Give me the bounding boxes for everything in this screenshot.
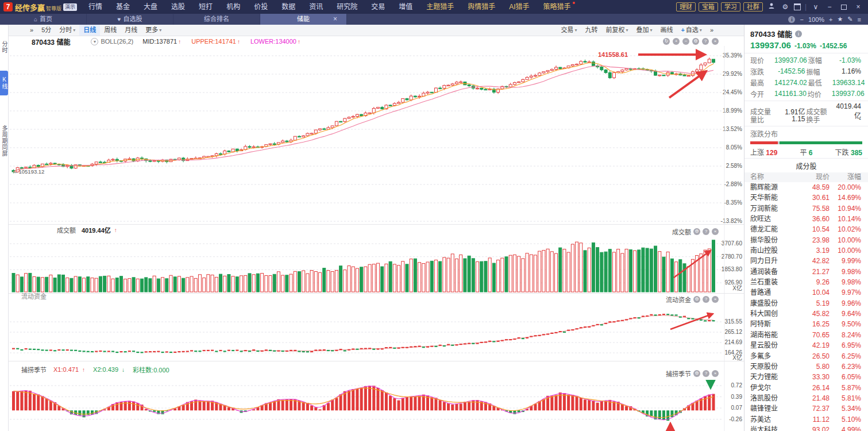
side-tab-多周期同屏[interactable]: 多周期同屏 (0, 125, 8, 157)
component-row[interactable]: 天原股份5.806.23% (744, 361, 868, 372)
menu-item-资讯[interactable]: 资讯 (302, 0, 330, 14)
component-row[interactable]: 多氟多26.506.25% (744, 351, 868, 361)
help-icon[interactable]: ? (703, 296, 709, 303)
component-row[interactable]: 洛凯股份21.485.81% (744, 393, 868, 403)
toolbar-日线[interactable]: 日线 (79, 25, 100, 36)
close-panel-icon[interactable]: × (712, 296, 719, 303)
menu-item-基金[interactable]: 基金 (109, 0, 137, 14)
component-row[interactable]: 尚太科技93.024.99% (744, 425, 868, 431)
side-tab-分时[interactable]: 分时 (0, 41, 8, 53)
help-icon[interactable]: ? (703, 228, 709, 235)
help-icon[interactable]: ? (702, 38, 709, 45)
menu-item-增值[interactable]: 增值 (392, 0, 419, 14)
component-row[interactable]: 万润新能75.5810.94% (744, 203, 868, 214)
menu-item-选股[interactable]: 选股 (164, 0, 192, 14)
component-row[interactable]: 普路通10.049.97% (744, 287, 868, 298)
user-icon[interactable] (766, 0, 777, 14)
menu-item-短打[interactable]: 短打 (192, 0, 219, 14)
edit-pencil-icon[interactable]: ✎ (847, 16, 852, 23)
component-row[interactable]: 赣锋锂业72.375.34% (744, 403, 868, 414)
menu-item-机构[interactable]: 机构 (219, 0, 247, 14)
zoom-out-chart-icon[interactable]: − (682, 38, 689, 45)
zoom-in-icon[interactable]: + (829, 16, 832, 23)
favorite-star-icon[interactable]: ★ (837, 16, 843, 23)
tab-自选股[interactable]: ♥自选股 (87, 14, 173, 25)
component-row[interactable]: 兰石重装9.269.98% (744, 277, 868, 287)
quick-button-宝箱[interactable]: 宝箱 (699, 2, 718, 11)
menu-item-研究院[interactable]: 研究院 (330, 0, 364, 14)
toolbar-更多[interactable]: 更多▾ (141, 25, 165, 36)
panel-settings-icon[interactable]: ⚙ (693, 370, 700, 377)
menu-item-数据[interactable]: 数据 (275, 0, 302, 14)
tab-首页[interactable]: ⌂首页 (0, 14, 87, 25)
component-row[interactable]: 伊戈尔26.145.87% (744, 383, 868, 393)
toolbar-九转[interactable]: 九转 (581, 25, 601, 36)
indicator-name[interactable]: BOLL(26,2) (101, 38, 133, 45)
component-row[interactable]: 科大国创45.829.64% (744, 309, 868, 319)
side-tab-K线[interactable]: K线 (0, 71, 8, 95)
menu-item-大盘[interactable]: 大盘 (137, 0, 164, 14)
component-row[interactable]: 欣旺达36.6010.14% (744, 214, 868, 224)
panel-settings-icon[interactable]: ⚙ (693, 296, 700, 303)
toolbar-分时[interactable]: 分时▾ (55, 25, 79, 36)
toolbar-叠加[interactable]: 叠加▾ (632, 25, 656, 36)
refresh-icon[interactable]: ↻ (663, 38, 670, 45)
toolbar-more[interactable]: » (706, 25, 717, 36)
toolbar-画线[interactable]: 画线 (656, 25, 677, 36)
info-icon[interactable]: i (788, 16, 795, 23)
component-row[interactable]: 天华新能30.6114.69% (744, 193, 868, 203)
candlestick-chart[interactable]: 35.39%29.92%24.45%18.99%13.52%8.05%2.58%… (9, 46, 744, 224)
minimize-icon[interactable]: − (824, 0, 835, 14)
settings-gear-icon[interactable]: ⚙ (780, 0, 790, 14)
menu-item-舆情猎手[interactable]: 舆情猎手 (461, 0, 502, 14)
close-tab-icon[interactable]: × (333, 14, 337, 25)
component-row[interactable]: 南山控股3.1910.00% (744, 245, 868, 256)
component-row[interactable]: 德龙汇能10.5410.02% (744, 224, 868, 234)
toolbar-自选[interactable]: +自选▾ (677, 25, 705, 36)
info-icon[interactable]: i (795, 30, 802, 37)
quick-button-理财[interactable]: 理财 (676, 2, 696, 11)
fund-flow-chart[interactable]: 315.55265.12214.69164.26X亿 (9, 293, 744, 361)
toolbar-周线[interactable]: 周线 (100, 25, 121, 36)
menu-item-主题猎手[interactable]: 主题猎手 (419, 0, 461, 14)
component-row[interactable]: 鹏辉能源48.5920.00% (744, 182, 868, 193)
help-icon[interactable]: ? (703, 370, 709, 377)
component-row[interactable]: 星云股份42.196.95% (744, 340, 868, 351)
zoom-out-icon[interactable]: − (800, 16, 803, 23)
menu-item-价投[interactable]: 价投 (247, 0, 275, 14)
panel-settings-icon[interactable]: ⚙ (692, 38, 699, 45)
close-panel-icon[interactable]: × (712, 228, 719, 235)
menu-item-行情[interactable]: 行情 (82, 0, 109, 14)
chevron-down-icon[interactable]: ∨ (811, 0, 821, 14)
component-row[interactable]: 天力锂能33.306.05% (744, 372, 868, 382)
component-row[interactable]: 湖南裕能70.658.24% (744, 330, 868, 340)
panel-settings-icon[interactable]: ⚙ (693, 228, 700, 235)
toolbar-月线[interactable]: 月线 (121, 25, 141, 36)
close-panel-icon[interactable]: × (712, 38, 719, 45)
quick-button-学习[interactable]: 学习 (721, 2, 740, 11)
quick-button-社群[interactable]: 社群 (743, 2, 763, 11)
close-panel-icon[interactable]: × (712, 370, 719, 377)
toolbar-collapse[interactable]: » (26, 25, 37, 36)
menu-item-AI猎手[interactable]: AI猎手 (502, 0, 536, 14)
tab-储能[interactable]: 储能× (260, 14, 347, 25)
indicator-dropdown-icon[interactable]: ▼ (91, 38, 98, 45)
zoom-in-chart-icon[interactable]: + (673, 38, 680, 45)
layout-panel-icon[interactable] (794, 3, 801, 10)
volume-chart[interactable]: 3707.602780.701853.80926.90X亿 (9, 224, 744, 294)
restore-window-icon[interactable] (841, 5, 847, 10)
component-row[interactable]: 苏美达11.125.10% (744, 414, 868, 425)
component-row[interactable]: 康盛股份5.199.96% (744, 298, 868, 309)
component-row[interactable]: 通润装备21.279.98% (744, 267, 868, 277)
component-row[interactable]: 同力日升42.829.99% (744, 256, 868, 266)
menu-item-策略猎手[interactable]: 策略猎手 (537, 0, 578, 14)
component-row[interactable]: 阿特斯16.259.50% (744, 319, 868, 329)
component-row[interactable]: 振华股份23.9810.00% (744, 235, 868, 245)
tab-综合排名[interactable]: 综合排名 (173, 14, 260, 25)
toolbar-5分[interactable]: 5分 (37, 25, 55, 36)
list-menu-icon[interactable]: ≡ (858, 16, 861, 23)
toolbar-交易[interactable]: 交易▾ (557, 25, 581, 36)
toolbar-前复权[interactable]: 前复权▾ (601, 25, 632, 36)
close-window-icon[interactable]: × (853, 0, 863, 14)
menu-item-交易[interactable]: 交易 (364, 0, 392, 14)
